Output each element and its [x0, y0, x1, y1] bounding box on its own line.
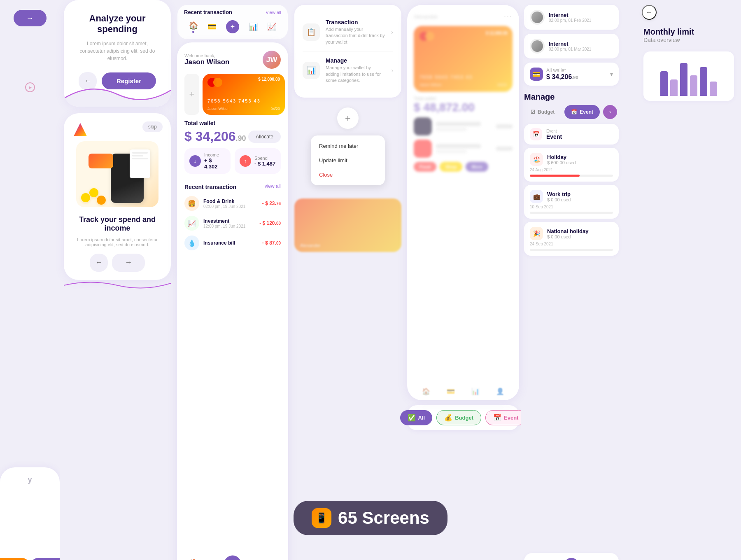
blurred-txn-list [414, 117, 513, 158]
coin-3 [97, 196, 106, 205]
card-name-2: Jason Wilson [419, 83, 442, 87]
wallet-balance: $ 34,206.90 [546, 73, 578, 81]
inet-info-1: Internet 02:00 pm, 01 Feb 2021 [549, 12, 613, 23]
nav-chart-top[interactable]: 📈 [267, 22, 276, 31]
dropdown-arrow-icon[interactable]: ▾ [610, 71, 613, 77]
purple-chip[interactable]: More [466, 162, 488, 172]
budget-tab-label: Budget [538, 109, 555, 115]
worktrip-header: 💼 Work trip $ 0.00 used [530, 190, 613, 203]
view-all-top[interactable]: View all [266, 10, 281, 15]
main-credit-card: $ 12,000.00 7658 5643 7453 43 Jason Wils… [203, 74, 285, 115]
manage-tab-budget[interactable]: ☑ Budget [524, 105, 561, 119]
investment-date: 12:00 pm, 19 Jun 2021 [203, 224, 255, 229]
analyze-subtitle: Lorem ipsum dolor sit amet, consectetur … [74, 40, 161, 62]
wo-bottom-nav: 🏠 💳 📊 👤 [407, 387, 519, 395]
income-value: + $ 4,302 [204, 157, 226, 170]
inet-name-1: Internet [549, 12, 613, 18]
top-nav-strip: 🏠 💳 + 📊 📈 [184, 20, 281, 35]
total-wallet-2-section: Total wallet $ 48,872.00 [414, 96, 513, 114]
worktrip-date: 10 Sep 2021 [530, 205, 613, 209]
col3-wallet-main: Recent transaction View all 🏠 💳 + 📊 📈 We… [175, 0, 290, 560]
line-3 [436, 144, 481, 148]
wallet-info: All wallet $ 34,206.90 [546, 68, 578, 81]
welcome-name: Jason Wilson [184, 58, 229, 66]
shopping-chip[interactable]: Shop [440, 162, 463, 172]
mastercard-logo [207, 78, 222, 87]
transaction-action[interactable]: 📋 Transaction Add manually your transact… [303, 13, 393, 51]
recent-txn-top-title: Recent transaction [184, 9, 232, 15]
tab-budget[interactable]: 💰 Budget [436, 410, 481, 425]
add-card-button[interactable]: + [184, 74, 199, 115]
internet-icon-1 [530, 10, 545, 25]
worktrip-icon-box: 💼 [530, 190, 543, 203]
update-limit-item[interactable]: Update limit [311, 153, 385, 168]
wo-dots[interactable]: ··· [504, 12, 513, 21]
holiday-bar [530, 175, 613, 177]
data-overview-title: Data overview [643, 37, 738, 43]
income-icon: ↓ [189, 155, 201, 167]
nav-home[interactable]: 🏠 [189, 558, 198, 560]
credit-card-row: + $ 12,000.00 7658 5643 7453 43 Jason Wi… [184, 74, 281, 115]
context-menu: Remind me later Update limit Close [311, 135, 385, 185]
investment-info: Investment 12:00 pm, 19 Jun 2021 [203, 218, 255, 229]
income-chip: ↓ Income + $ 4,302 [184, 148, 231, 174]
worktrip-info: Work trip $ 0.00 used [547, 191, 571, 202]
allocate-button[interactable]: Allocate [248, 131, 281, 143]
back-button-2[interactable]: ← [90, 254, 108, 272]
col7-content: Monthly limit Data overview [642, 27, 740, 101]
remind-later-item[interactable]: Remind me later [311, 139, 385, 153]
arrow-button[interactable]: → [14, 10, 47, 26]
budget-item-holiday: 🏖️ Holiday $ 600.00 used 24 Aug 2021 [524, 148, 619, 182]
txn-text-1 [436, 122, 492, 131]
card-holder-name: Jason Wilson [207, 107, 230, 111]
national-header: 🎉 National holiday $ 0.00 used [530, 227, 613, 240]
play-icon[interactable] [25, 82, 35, 92]
col7-back-button[interactable]: ← [642, 5, 657, 20]
close-item[interactable]: Close [311, 168, 385, 182]
spend-value: - $ 1,487 [254, 161, 275, 167]
manage-tab-event[interactable]: 📅 Event [564, 105, 600, 119]
txn-header: Recent transaction view all [184, 180, 281, 193]
national-bar [530, 249, 613, 251]
internet-icon-2 [530, 39, 545, 54]
analyze-title: Analyze your spending [74, 13, 161, 35]
transaction-desc: Add manually your transaction that didnt… [326, 26, 385, 45]
nav-add[interactable]: + [224, 555, 241, 560]
nav-add-top[interactable]: + [226, 20, 239, 33]
nav-home-top[interactable]: 🏠 [189, 21, 198, 33]
nav-wallet-top[interactable]: 💳 [207, 22, 217, 31]
budget-item-worktrip: 💼 Work trip $ 0.00 used 10 Sep 2021 [524, 185, 619, 219]
coin-1 [81, 193, 90, 202]
col6-nav-add[interactable]: + [564, 558, 579, 560]
screens-badge: 📱 65 Screens [294, 501, 447, 535]
tw2-label: Total wallet [414, 96, 513, 101]
welcome-text: Welcome back, Jason Wilson [184, 53, 229, 66]
budget-item-national: 🎉 National holiday $ 0.00 used 24 Sep 20… [524, 222, 619, 256]
txn-text-2 [436, 144, 492, 153]
home-icon: 🏠 [189, 558, 198, 560]
tab-event[interactable]: 📅 Event [485, 410, 526, 425]
inet-info-2: Internet 02:00 pm, 01 Mar 2021 [549, 41, 613, 51]
add-circle-button[interactable]: + [337, 107, 359, 129]
next-button[interactable]: → [112, 254, 145, 272]
active-dot-top [192, 31, 194, 33]
card-amount: $ 12,000.00 [258, 77, 280, 82]
total-row: $ 34,206.90 Allocate [184, 129, 281, 144]
view-all-link[interactable]: view all [265, 183, 281, 189]
wo-title: Alexander [414, 14, 438, 20]
wallet-header-row: 💳 All wallet $ 34,206.90 ▾ [524, 63, 619, 86]
nav-stats-top[interactable]: 📊 [249, 22, 258, 31]
tab-all[interactable]: ✅ All [400, 410, 433, 425]
wallet-overview-card: Alexander ··· 7658 5643 7453 43 Jason Wi… [407, 5, 519, 400]
monthly-limit-title: Monthly limit [643, 27, 738, 37]
skip-button[interactable]: skip [142, 121, 163, 132]
food-chip[interactable]: Food [414, 162, 436, 172]
income-spend-row: ↓ Income + $ 4,302 ↑ Spend - $ 1,487 [184, 148, 281, 174]
big-gradient-card: 7658 5643 7453 43 Jason Wilson 04/23 $ 1… [414, 26, 513, 92]
manage-tab-other[interactable]: › [603, 105, 617, 119]
manage-action[interactable]: 📊 Manage Manage your wallet by adding li… [303, 51, 393, 89]
card-number: 7658 5643 7453 43 [207, 98, 261, 103]
track-card: skip Track your spe [64, 113, 171, 280]
event-icon-box: 📅 [530, 128, 542, 140]
arrow-icon: → [26, 14, 34, 23]
